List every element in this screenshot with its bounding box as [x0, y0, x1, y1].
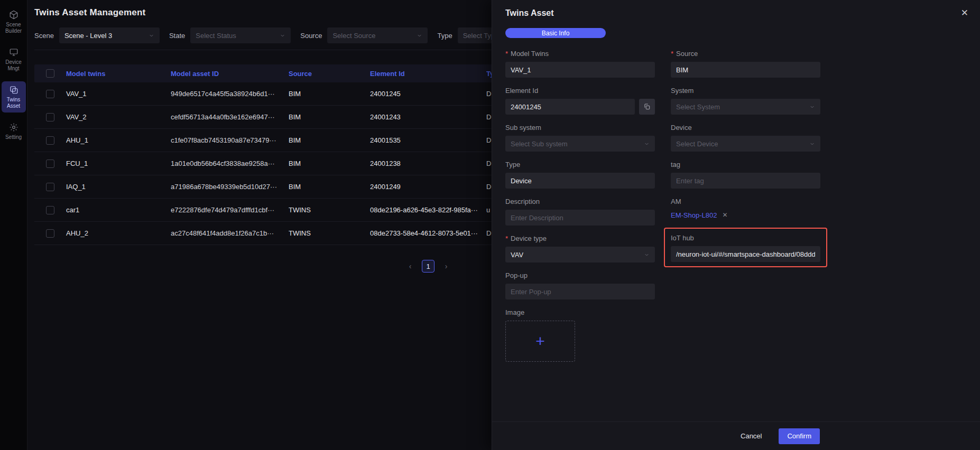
sidebar: Scene Builder Device Mngt Twins Asset Se…	[0, 0, 27, 450]
device-select[interactable]: Select Device	[671, 136, 820, 152]
source-select[interactable]: Select Source	[327, 27, 428, 43]
app-root: Scene Builder Device Mngt Twins Asset Se…	[0, 0, 980, 450]
sidebar-item-setting[interactable]: Setting	[2, 119, 26, 144]
cell-model-twins: FCU_1	[66, 160, 171, 167]
sub-system-label: Sub system	[505, 124, 541, 132]
cell-element-id: 24001238	[370, 160, 486, 167]
chevron-down-icon	[644, 252, 650, 258]
source-input[interactable]	[671, 62, 820, 78]
drawer-form: *Model Twins Element Id Sub system	[505, 50, 980, 371]
column-header: Model asset ID	[171, 70, 289, 78]
system-select[interactable]: Select System	[671, 99, 820, 115]
type-label: Type	[505, 161, 520, 168]
cell-model-asset-id: a71986a678be49339eb5d10d27···	[171, 183, 289, 191]
required-asterisk: *	[505, 50, 508, 58]
cell-source: BIM	[289, 160, 370, 167]
row-checkbox[interactable]	[46, 206, 54, 214]
popup-label: Pop-up	[505, 271, 528, 279]
cell-model-twins: VAV_2	[66, 113, 171, 121]
next-page-button[interactable]: ›	[440, 260, 452, 273]
sub-system-select[interactable]: Select Sub system	[505, 136, 655, 152]
type-filter-label: Type	[437, 32, 452, 40]
chevron-down-icon	[809, 141, 815, 147]
cell-element-id: 24001535	[370, 136, 486, 144]
description-input[interactable]	[505, 210, 655, 226]
device-type-select-value: VAV	[511, 251, 523, 259]
close-icon[interactable]: ✕	[959, 7, 970, 18]
am-label: AM	[671, 198, 681, 205]
sub-system-field: Sub system Select Sub system	[505, 124, 655, 152]
row-checkbox[interactable]	[46, 160, 54, 168]
description-label: Description	[505, 198, 540, 205]
cell-model-asset-id: 949de6517c4a45f5a38924b6d1···	[171, 90, 289, 98]
iot-hub-field: IoT hub	[671, 234, 820, 262]
twins-asset-icon	[9, 85, 19, 95]
row-checkbox[interactable]	[46, 113, 54, 121]
tag-input[interactable]	[671, 173, 820, 189]
type-input[interactable]	[505, 173, 655, 189]
image-upload[interactable]: +	[505, 321, 575, 362]
tag-field: tag	[671, 161, 820, 189]
cell-model-twins: AHU_2	[66, 229, 171, 237]
system-label: System	[671, 87, 694, 95]
tab-basic-info[interactable]: Basic Info	[505, 28, 606, 38]
select-all-checkbox[interactable]	[46, 69, 54, 78]
cell-model-asset-id: 1a01e0db56b64cf3838ae9258a···	[171, 160, 289, 167]
source-filter: Source Select Source	[300, 27, 428, 43]
cell-model-asset-id: ac27c48f641f4add8e1f26a7c1b···	[171, 229, 289, 237]
row-checkbox[interactable]	[46, 136, 54, 145]
tag-label: tag	[671, 161, 680, 168]
copy-button[interactable]	[639, 99, 655, 115]
row-checkbox[interactable]	[46, 90, 54, 98]
element-id-field: Element Id	[505, 87, 655, 115]
cell-source: TWINS	[289, 229, 370, 237]
description-field: Description	[505, 198, 655, 226]
drawer-footer: Cancel Confirm	[492, 421, 980, 450]
page-number-button[interactable]: 1	[422, 260, 434, 273]
device-field: Device Select Device	[671, 124, 820, 152]
system-field: System Select System	[671, 87, 820, 115]
form-column-right: *Source System Select System Device Sele…	[671, 50, 820, 371]
column-header: Model twins	[66, 70, 171, 78]
sidebar-item-device-mngt[interactable]: Device Mngt	[2, 44, 26, 75]
remove-tag-icon[interactable]: ✕	[722, 211, 727, 219]
model-twins-input[interactable]	[505, 62, 655, 78]
row-checkbox[interactable]	[46, 183, 54, 191]
cell-element-id: 24001243	[370, 113, 486, 121]
sidebar-item-label: Scene Builder	[3, 22, 25, 34]
drawer-title: Twins Asset	[505, 8, 554, 18]
device-type-label: Device type	[511, 235, 547, 242]
source-filter-label: Source	[300, 32, 322, 40]
row-checkbox[interactable]	[46, 229, 54, 238]
source-field: *Source	[671, 50, 820, 78]
confirm-button[interactable]: Confirm	[779, 428, 820, 444]
plus-icon: +	[535, 333, 545, 349]
model-twins-label: Model Twins	[511, 50, 549, 58]
cell-model-asset-id: cefdf56713a44a0fb3e162e6947···	[171, 113, 289, 121]
type-field: Type	[505, 161, 655, 189]
sidebar-item-twins-asset[interactable]: Twins Asset	[2, 81, 26, 112]
sidebar-item-label: Device Mngt	[3, 59, 25, 71]
sidebar-item-scene-builder[interactable]: Scene Builder	[2, 6, 26, 38]
sidebar-item-label: Twins Asset	[3, 97, 25, 109]
status-select[interactable]: Select Status	[190, 27, 291, 43]
chevron-down-icon	[280, 33, 285, 39]
form-column-left: *Model Twins Element Id Sub system	[505, 50, 655, 371]
cell-model-asset-id: e7222876dfe74d479a7dfffd1cbf···	[171, 206, 289, 214]
state-filter: State Select Status	[169, 27, 291, 43]
popup-input[interactable]	[505, 284, 655, 299]
iot-hub-input[interactable]	[671, 246, 820, 262]
element-id-input[interactable]	[505, 99, 635, 115]
scene-select[interactable]: Scene - Level 3	[59, 27, 160, 43]
cell-element-id: 24001249	[370, 183, 486, 191]
sidebar-item-label: Setting	[5, 134, 22, 140]
cell-model-asset-id: c1fe07f8acb7453190a87e73479···	[171, 136, 289, 144]
cell-source: BIM	[289, 113, 370, 121]
cancel-button[interactable]: Cancel	[731, 428, 771, 444]
prev-page-button[interactable]: ‹	[404, 260, 417, 273]
cell-model-twins: AHU_1	[66, 136, 171, 144]
chevron-down-icon	[644, 141, 650, 147]
device-type-select[interactable]: VAV	[505, 247, 655, 262]
device-select-value: Select Device	[676, 140, 718, 148]
am-tag-link[interactable]: EM-Shop-L802	[671, 211, 717, 219]
